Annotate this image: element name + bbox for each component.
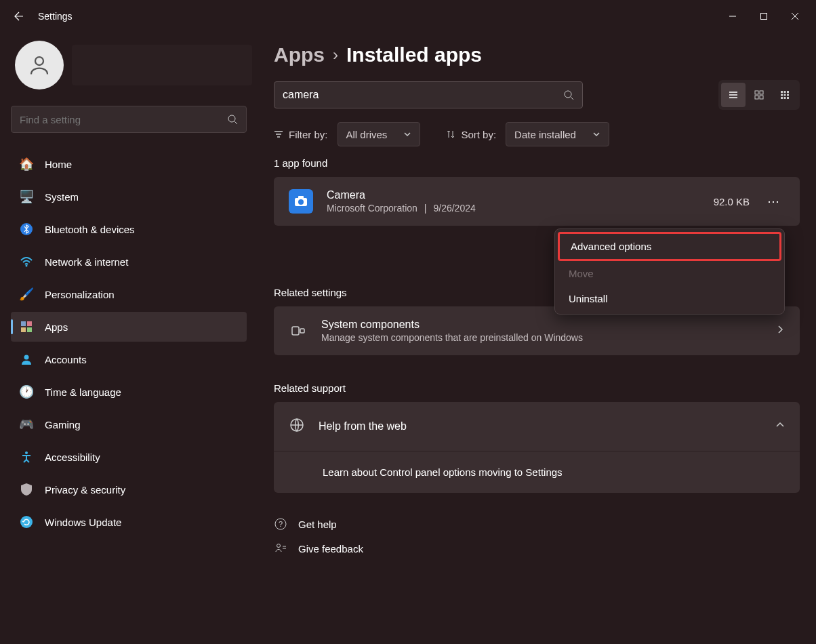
view-tiles-button[interactable] <box>773 83 797 107</box>
help-link[interactable]: Learn about Control panel options moving… <box>274 451 800 493</box>
gaming-icon: 🎮 <box>19 417 34 432</box>
menu-uninstall[interactable]: Uninstall <box>558 286 781 311</box>
svg-point-2 <box>35 57 43 65</box>
svg-point-37 <box>277 544 281 548</box>
app-more-button[interactable]: ⋯ <box>763 194 785 209</box>
app-name: Camera <box>327 189 476 201</box>
svg-rect-21 <box>784 91 786 93</box>
shield-icon <box>19 482 34 497</box>
chevron-down-icon <box>592 130 600 138</box>
sidebar-item-bluetooth[interactable]: Bluetooth & devices <box>11 214 247 244</box>
app-date: 9/26/2024 <box>433 203 475 214</box>
sidebar-item-label: Windows Update <box>45 517 121 528</box>
breadcrumb-parent[interactable]: Apps <box>274 43 325 66</box>
search-icon <box>563 89 574 100</box>
sidebar-item-label: Time & language <box>45 386 121 398</box>
chevron-down-icon <box>403 130 411 138</box>
sidebar-item-apps[interactable]: Apps <box>11 312 247 342</box>
give-feedback-link[interactable]: Give feedback <box>274 536 800 561</box>
svg-point-11 <box>24 355 29 360</box>
components-icon <box>289 323 308 339</box>
main-content: Apps › Installed apps Filter by: All dri… <box>258 33 816 644</box>
sidebar-item-system[interactable]: 🖥️System <box>11 182 247 212</box>
sidebar-item-label: Network & internet <box>45 256 128 268</box>
get-help-link[interactable]: ? Get help <box>274 512 800 536</box>
svg-rect-23 <box>781 94 783 96</box>
sidebar-item-accessibility[interactable]: Accessibility <box>11 442 247 472</box>
app-search-input[interactable] <box>283 89 563 101</box>
sidebar-item-label: Accounts <box>45 354 87 365</box>
svg-rect-32 <box>292 327 299 335</box>
svg-point-6 <box>26 265 28 267</box>
view-toggle <box>718 80 800 110</box>
related-support-heading: Related support <box>274 382 800 394</box>
accessibility-icon <box>19 449 34 464</box>
help-icon: ? <box>274 517 287 531</box>
tiles-icon <box>779 89 790 100</box>
window-controls <box>717 5 811 27</box>
maximize-button[interactable] <box>748 5 779 27</box>
svg-rect-25 <box>787 94 789 96</box>
sidebar-item-home[interactable]: 🏠Home <box>11 149 247 179</box>
svg-rect-28 <box>787 97 789 99</box>
bluetooth-icon <box>19 222 34 237</box>
minimize-button[interactable] <box>717 5 748 27</box>
menu-advanced-options[interactable]: Advanced options <box>558 232 781 261</box>
svg-point-30 <box>298 199 304 205</box>
sidebar-item-accounts[interactable]: Accounts <box>11 344 247 374</box>
svg-rect-27 <box>784 97 786 99</box>
grid-icon <box>754 89 764 100</box>
sidebar-item-privacy[interactable]: Privacy & security <box>11 475 247 504</box>
sort-dropdown[interactable]: Date installed <box>506 122 609 146</box>
sidebar-item-label: Bluetooth & devices <box>45 224 135 235</box>
filter-icon <box>274 129 283 139</box>
chevron-right-icon: › <box>333 45 338 64</box>
result-count: 1 app found <box>274 157 800 169</box>
close-button[interactable] <box>779 5 811 27</box>
wifi-icon <box>19 254 34 269</box>
view-list-button[interactable] <box>721 83 746 107</box>
app-row-camera[interactable]: Camera Microsoft Corporation | 9/26/2024… <box>274 177 800 226</box>
sidebar-item-label: Privacy & security <box>45 484 125 496</box>
list-icon <box>728 89 739 100</box>
accounts-icon <box>19 352 34 367</box>
arrow-left-icon <box>14 11 24 22</box>
find-setting-box[interactable] <box>11 106 247 133</box>
svg-rect-17 <box>760 91 763 94</box>
help-from-web-card[interactable]: Help from the web <box>274 402 800 451</box>
filter-row: Filter by: All drives Sort by: Date inst… <box>274 122 800 146</box>
user-row[interactable] <box>11 41 252 89</box>
svg-point-3 <box>228 115 235 122</box>
svg-rect-7 <box>21 321 26 326</box>
sidebar-item-update[interactable]: Windows Update <box>11 507 247 537</box>
sidebar-item-label: Apps <box>45 321 68 333</box>
chevron-up-icon <box>775 420 785 432</box>
filter-label: Filter by: <box>274 129 328 140</box>
svg-point-13 <box>20 516 33 528</box>
sidebar-item-label: Gaming <box>45 419 81 430</box>
svg-rect-9 <box>21 327 26 332</box>
chevron-right-icon <box>775 325 785 337</box>
filter-dropdown[interactable]: All drives <box>338 122 421 146</box>
minimize-icon <box>729 12 737 20</box>
camera-icon <box>293 194 308 209</box>
sidebar-item-gaming[interactable]: 🎮Gaming <box>11 409 247 439</box>
sidebar-item-network[interactable]: Network & internet <box>11 247 247 277</box>
feedback-icon <box>274 542 287 555</box>
filter-value: All drives <box>346 129 388 140</box>
card-subtitle: Manage system components that are preins… <box>321 332 583 343</box>
view-grid-button[interactable] <box>747 83 771 107</box>
find-setting-input[interactable] <box>20 114 227 125</box>
svg-text:?: ? <box>279 520 283 528</box>
back-button[interactable] <box>5 3 33 30</box>
search-icon <box>227 114 238 125</box>
app-search-box[interactable] <box>274 81 583 108</box>
person-icon <box>27 53 52 77</box>
sidebar-item-label: Accessibility <box>45 451 100 463</box>
sidebar-item-personalization[interactable]: 🖌️Personalization <box>11 279 247 309</box>
svg-rect-26 <box>781 97 783 99</box>
svg-rect-10 <box>27 327 32 332</box>
home-icon: 🏠 <box>19 157 34 172</box>
breadcrumb: Apps › Installed apps <box>274 43 800 66</box>
sidebar-item-time[interactable]: 🕐Time & language <box>11 377 247 407</box>
